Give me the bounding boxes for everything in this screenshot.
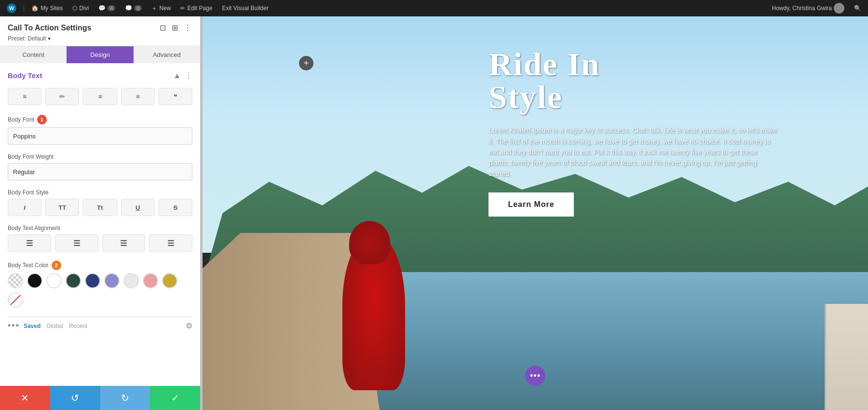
color-swatch-light-gray[interactable] [123, 273, 139, 288]
body-text-alignment-group: Body Text Alignment ☰ ☰ ☰ ☰ [8, 225, 192, 252]
color-swatches [8, 273, 192, 308]
preview-text-area: Ride In Style Lorem Khaled Ipsum is a ma… [488, 48, 835, 217]
person-head [349, 221, 390, 264]
comment-icon: 💬 [98, 5, 106, 12]
color-swatch-black[interactable] [27, 273, 42, 288]
top-navigation: W | 🏠 My Sites ⬡ Divi 💬 4 💭 0 ＋ New ✏ Ed… [0, 0, 868, 16]
align-numbered-btn[interactable]: ≡ [121, 88, 155, 105]
color-swatch-lavender[interactable] [104, 273, 120, 288]
nav-search[interactable]: 🔍 [851, 4, 864, 13]
panel-more-icon[interactable]: ⋮ [183, 22, 192, 33]
panel-resize-icon[interactable]: ⊡ [159, 22, 167, 33]
color-swatch-transparent[interactable] [8, 273, 23, 288]
panel-title: Call To Action Settings [8, 24, 91, 32]
wordpress-icon[interactable]: W [4, 2, 19, 14]
add-module-button[interactable]: + [299, 56, 313, 70]
right-dock-element [825, 304, 868, 410]
panel-tabs: Content Design Advanced [0, 46, 200, 63]
undo-button[interactable]: ↺ [50, 386, 100, 410]
settings-panel: Call To Action Settings ⊡ ⊞ ⋮ Preset: De… [0, 16, 200, 410]
body-font-weight-select[interactable]: Regular Thin Light Medium Bold [8, 163, 192, 180]
body-text-color-label: Body Text Color 2 [8, 260, 192, 270]
body-text-section-header: Body Text ▲ ⋮ [8, 71, 192, 80]
underline-btn[interactable]: U [121, 199, 155, 216]
text-align-buttons: ☰ ☰ ☰ ☰ [8, 234, 192, 252]
panel-header-icons: ⊡ ⊞ ⋮ [159, 22, 192, 33]
capitalize-btn[interactable]: Tt [83, 199, 117, 216]
tab-advanced[interactable]: Advanced [134, 46, 200, 63]
text-align-center-btn[interactable]: ☰ [55, 234, 98, 252]
text-align-left-btn[interactable]: ☰ [8, 234, 51, 252]
redo-icon: ↻ [121, 392, 129, 404]
state-global[interactable]: Global [46, 323, 63, 329]
state-recent[interactable]: Recent [69, 323, 87, 329]
module-options-button[interactable]: ••• [525, 366, 545, 386]
panel-columns-icon[interactable]: ⊞ [171, 22, 179, 33]
nav-divi[interactable]: ⬡ Divi [69, 4, 92, 13]
save-button[interactable]: ✓ [150, 386, 200, 410]
italic-btn[interactable]: I [8, 199, 41, 216]
learn-more-button[interactable]: Learn More [488, 192, 573, 217]
nav-messages[interactable]: 💭 0 [122, 4, 145, 13]
state-saved[interactable]: Saved [24, 323, 41, 329]
color-swatch-red-stroke[interactable] [8, 292, 23, 308]
body-text-alignment-label: Body Text Alignment [8, 225, 192, 232]
body-font-select[interactable]: Poppins Open Sans Roboto Lato Montserrat [8, 127, 192, 145]
color-swatch-white[interactable] [46, 273, 62, 288]
color-swatch-pink[interactable] [143, 273, 158, 288]
section-more-btn[interactable]: ⋮ [185, 71, 192, 80]
section-title: Body Text [8, 71, 42, 80]
wp-logo: W [7, 3, 16, 13]
bottom-state-row: ••• Saved Global Recent ⚙ [8, 316, 192, 335]
preview-hero-title: Ride In Style [488, 48, 835, 113]
bubble-icon: 💭 [125, 5, 132, 12]
nav-separator-1: | [23, 5, 25, 12]
more-dots-btn[interactable]: ••• [8, 321, 20, 331]
undo-icon: ↺ [71, 392, 79, 404]
tab-design[interactable]: Design [67, 46, 133, 63]
align-quote-btn[interactable]: ❝ [159, 88, 192, 105]
x-icon: ✕ [21, 392, 29, 404]
body-font-weight-group: Body Font Weight Regular Thin Light Medi… [8, 153, 192, 180]
nav-my-sites[interactable]: 🏠 My Sites [28, 4, 66, 13]
badge-2: 2 [52, 260, 61, 270]
redo-button[interactable]: ↻ [100, 386, 150, 410]
preset-chevron: ▾ [48, 35, 51, 42]
nav-comments[interactable]: 💬 4 [95, 4, 118, 13]
color-swatch-dark-green[interactable] [66, 273, 81, 288]
color-swatch-navy[interactable] [85, 273, 100, 288]
text-align-justify-btn[interactable]: ☰ [149, 234, 192, 252]
body-font-style-group: Body Font Style I TT Tt U S [8, 189, 192, 216]
bottom-toolbar: ✕ ↺ ↻ ✓ [0, 386, 200, 410]
cancel-button[interactable]: ✕ [0, 386, 50, 410]
divi-icon: ⬡ [72, 5, 77, 12]
nav-howdy[interactable]: Howdy, Christina Gwira [769, 2, 847, 14]
preset-link[interactable]: Preset: Default [8, 35, 46, 42]
align-list-btn[interactable]: ≡ [83, 88, 117, 105]
settings-gear-icon[interactable]: ⚙ [186, 321, 192, 330]
preview-body-text: Lorem Khaled Ipsum is a major key to suc… [488, 125, 778, 179]
body-font-style-label: Body Font Style [8, 189, 192, 196]
panel-content: Body Text ▲ ⋮ ≡ ✏ ≡ ≡ ❝ Body Font 1 [0, 63, 200, 386]
align-center-btn[interactable]: ≡ [8, 88, 41, 105]
pencil-icon: ✏ [180, 5, 185, 12]
state-links: Saved Global Recent [24, 323, 87, 329]
nav-edit-page[interactable]: ✏ Edit Page [177, 4, 215, 13]
nav-exit-vb[interactable]: Exit Visual Builder [219, 4, 271, 13]
preset-row: Preset: Default ▾ [8, 35, 192, 42]
plus-icon: ＋ [151, 4, 157, 13]
house-icon: 🏠 [31, 5, 39, 12]
panel-header: Call To Action Settings ⊡ ⊞ ⋮ Preset: De… [0, 16, 200, 46]
nav-new[interactable]: ＋ New [149, 3, 174, 14]
section-collapse-btn[interactable]: ▲ [173, 71, 181, 80]
text-align-right-btn[interactable]: ☰ [102, 234, 146, 252]
strikethrough-btn[interactable]: S [159, 199, 192, 216]
preview-area: + Ride In Style Lorem Khaled Ipsum is a … [203, 16, 868, 410]
body-font-label: Body Font 1 [8, 115, 192, 124]
body-font-group: Body Font 1 Poppins Open Sans Roboto Lat… [8, 115, 192, 145]
color-swatch-gold[interactable] [162, 273, 177, 288]
tab-content[interactable]: Content [0, 46, 67, 63]
uppercase-btn[interactable]: TT [45, 199, 79, 216]
body-text-color-group: Body Text Color 2 [8, 260, 192, 308]
align-edit-btn[interactable]: ✏ [45, 88, 79, 105]
